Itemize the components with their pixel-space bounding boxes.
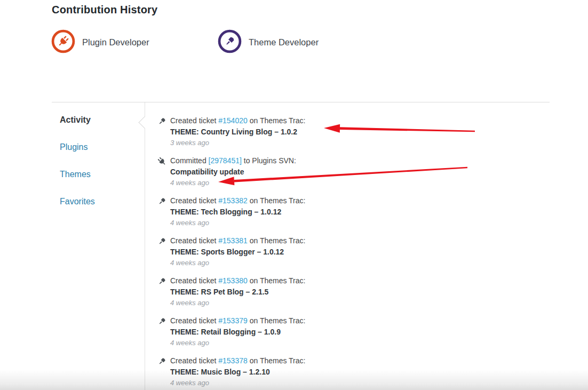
entry-body: Created ticket #153379 on Themes Trac: T…	[170, 315, 305, 348]
badge-label: Theme Developer	[249, 37, 319, 47]
brush-entry-icon	[157, 357, 166, 366]
ticket-link[interactable]: #153379	[218, 316, 248, 325]
brush-entry-icon	[157, 317, 166, 326]
entry-timestamp: 3 weeks ago	[170, 138, 305, 148]
badge-plugin-developer: Plugin Developer	[51, 30, 149, 54]
feed-entry: Created ticket #153380 on Themes Trac: T…	[157, 275, 478, 308]
brush-entry-icon	[157, 277, 166, 286]
badge-theme-developer: Theme Developer	[218, 30, 319, 54]
content-divider-horizontal	[52, 102, 550, 102]
entry-timestamp: 4 weeks ago	[170, 338, 305, 348]
entry-timestamp: 4 weeks ago	[170, 218, 305, 228]
brush-badge-icon	[218, 29, 242, 55]
entry-title: Compatibility update	[170, 166, 296, 178]
entry-action-line: Created ticket #153379 on Themes Trac:	[170, 316, 305, 325]
feed-entry: Created ticket #153378 on Themes Trac: T…	[157, 355, 478, 388]
active-tab-notch	[138, 116, 151, 129]
sidebar-item-plugins[interactable]: Plugins	[60, 141, 95, 153]
sidebar-item-themes[interactable]: Themes	[60, 169, 95, 180]
entry-timestamp: 4 weeks ago	[170, 258, 305, 268]
ticket-link[interactable]: #153382	[218, 196, 248, 205]
entry-body: Created ticket #154020 on Themes Trac: T…	[170, 115, 305, 148]
activity-feed: Created ticket #154020 on Themes Trac: T…	[157, 115, 478, 390]
page-title: Contribution History	[52, 4, 157, 16]
brush-entry-icon	[157, 197, 166, 206]
entry-title: THEME: Music Blog – 1.2.10	[170, 367, 305, 378]
entry-title: THEME: Country Living Blog – 1.0.2	[170, 126, 305, 138]
ticket-link[interactable]: #154020	[218, 116, 248, 125]
entry-title: THEME: RS Pet Blog – 2.1.5	[170, 286, 305, 298]
entry-action-line: Created ticket #153380 on Themes Trac:	[170, 276, 305, 285]
feed-entry: Created ticket #154020 on Themes Trac: T…	[157, 115, 478, 148]
entry-title: THEME: Tech Blogging – 1.0.12	[170, 206, 305, 218]
ticket-link[interactable]: #153378	[218, 356, 248, 365]
entry-action-line: Created ticket #154020 on Themes Trac:	[170, 116, 305, 125]
ticket-link[interactable]: #153381	[218, 236, 248, 245]
feed-entry: Created ticket #153381 on Themes Trac: T…	[157, 235, 478, 268]
ticket-link[interactable]: [2978451]	[209, 156, 242, 165]
feed-entry: Created ticket #153379 on Themes Trac: T…	[157, 315, 478, 348]
entry-timestamp: 4 weeks ago	[170, 378, 305, 388]
sidebar-nav-list: ActivityPluginsThemesFavorites	[60, 114, 95, 223]
contribution-history-page: Contribution History Plugin Developer	[0, 0, 588, 390]
entry-body: Created ticket #153380 on Themes Trac: T…	[170, 275, 305, 308]
entry-body: Committed [2978451] to Plugins SVN: Comp…	[170, 155, 296, 188]
feed-entry: Committed [2978451] to Plugins SVN: Comp…	[157, 155, 478, 188]
entry-body: Created ticket #153378 on Themes Trac: T…	[170, 355, 305, 388]
plug-entry-icon	[157, 157, 166, 166]
entry-action-line: Created ticket #153378 on Themes Trac:	[170, 356, 305, 365]
sidebar-divider-vertical	[145, 102, 145, 390]
badge-label: Plugin Developer	[82, 37, 149, 47]
brush-entry-icon	[157, 237, 166, 246]
entry-title: THEME: Sports Blogger – 1.0.12	[170, 246, 305, 258]
entry-action-line: Created ticket #153382 on Themes Trac:	[170, 196, 305, 205]
entry-title: THEME: Retail Blogging – 1.0.9	[170, 327, 305, 338]
ticket-link[interactable]: #153380	[218, 276, 248, 285]
entry-action-line: Committed [2978451] to Plugins SVN:	[170, 156, 296, 165]
entry-timestamp: 4 weeks ago	[170, 178, 296, 188]
plug-badge-icon	[51, 29, 75, 55]
sidebar-item-favorites[interactable]: Favorites	[60, 196, 95, 208]
feed-entry: Created ticket #153382 on Themes Trac: T…	[157, 195, 478, 228]
brush-entry-icon	[157, 117, 166, 126]
entry-timestamp: 4 weeks ago	[170, 298, 305, 308]
entry-body: Created ticket #153382 on Themes Trac: T…	[170, 195, 305, 228]
sidebar-item-activity[interactable]: Activity	[60, 114, 95, 126]
entry-body: Created ticket #153381 on Themes Trac: T…	[170, 235, 305, 268]
entry-action-line: Created ticket #153381 on Themes Trac:	[170, 236, 305, 245]
